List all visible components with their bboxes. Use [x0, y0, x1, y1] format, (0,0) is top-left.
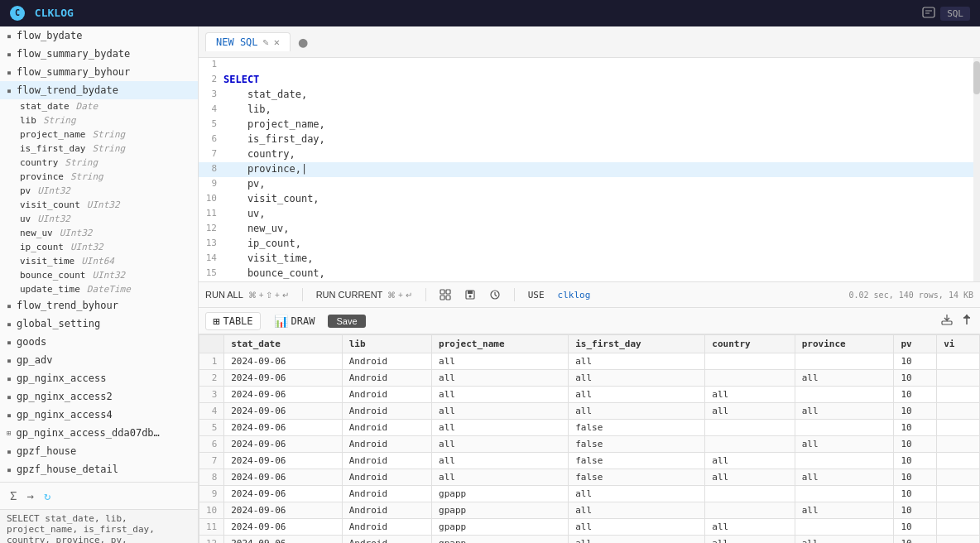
schema-project-name: project_name String: [0, 127, 198, 142]
cell-pv: 10: [894, 502, 937, 519]
table-row: 5 2024-09-06 Android all false 10: [199, 420, 980, 436]
refresh-icon[interactable]: ↻: [44, 489, 50, 502]
cell-rownum: 2: [199, 370, 224, 387]
sidebar-item-goods[interactable]: ▪ goods: [0, 333, 198, 351]
cell-province: [795, 387, 894, 403]
results-toolbar-right: [940, 313, 973, 329]
sidebar-item-gp-adv[interactable]: ▪ gp_adv: [0, 351, 198, 369]
svg-rect-4: [446, 290, 450, 294]
sidebar-item-flow-trend-bydate[interactable]: ▪ flow_trend_bydate: [0, 81, 198, 99]
editor-line-15: 15 bounce_count,: [199, 267, 980, 281]
table-icon: ▪: [7, 301, 12, 310]
cell-lib: Android: [342, 420, 431, 436]
svg-point-9: [468, 296, 471, 298]
cell-country: [705, 486, 795, 502]
chart-icon: 📊: [274, 315, 288, 328]
run-current-button[interactable]: RUN CURRENT ⌘ + ↵: [316, 290, 412, 300]
sidebar-item-gp-nginx-access2[interactable]: ▪ gp_nginx_access2: [0, 387, 198, 406]
editor-line-8: 8 province,|: [199, 162, 980, 177]
svg-rect-5: [440, 296, 444, 300]
cell-country: [705, 502, 795, 519]
cell-rownum: 5: [199, 420, 224, 436]
sidebar-item-flow-summary-bydate[interactable]: ▪ flow_summary_bydate: [0, 45, 198, 63]
col-header-is-first-day: is_first_day: [569, 335, 705, 353]
sql-tab[interactable]: NEW SQL ✎ ✕: [205, 32, 291, 51]
cell-stat-date: 2024-09-06: [224, 536, 342, 544]
sidebar-item-flow-bydate[interactable]: ▪ flow_bydate: [0, 26, 198, 45]
col-header-vi: vi: [937, 335, 980, 353]
cell-pv: 10: [894, 469, 937, 486]
cell-rownum: 1: [199, 353, 224, 370]
sidebar-item-gpzf-house[interactable]: ▪ gpzf_house: [0, 442, 198, 460]
cell-stat-date: 2024-09-06: [224, 403, 342, 420]
cell-pv: 10: [894, 519, 937, 536]
arrow-icon[interactable]: →: [26, 489, 33, 502]
col-header-stat-date: stat_date: [224, 335, 342, 353]
cell-vi: [937, 502, 980, 519]
cell-rownum: 3: [199, 387, 224, 403]
sidebar-item-global-setting[interactable]: ▪ global_setting: [0, 315, 198, 333]
schema-pv: pv UInt32: [0, 184, 198, 198]
cell-lib: Android: [342, 387, 431, 403]
tab-add-button[interactable]: ●: [294, 33, 312, 51]
top-bar-left: C CLKLOG: [10, 6, 74, 21]
tab-close-icon[interactable]: ✕: [274, 36, 280, 48]
draw-view-tab[interactable]: 📊 DRAW: [267, 313, 322, 329]
sidebar-item-flow-trend-byhour[interactable]: ▪ flow_trend_byhour: [0, 296, 198, 315]
cell-lib: Android: [342, 536, 431, 544]
cell-rownum: 8: [199, 469, 224, 486]
cell-project-name: gpapp: [432, 486, 569, 502]
table-icon: ▪: [7, 86, 12, 95]
cell-pv: 10: [894, 486, 937, 502]
cell-stat-date: 2024-09-06: [224, 519, 342, 536]
svg-rect-0: [923, 7, 934, 17]
tab-edit-icon[interactable]: ✎: [263, 36, 269, 48]
save-button[interactable]: [464, 289, 476, 300]
cell-project-name: all: [432, 353, 569, 370]
fullscreen-button[interactable]: [440, 289, 451, 300]
cell-province: [795, 519, 894, 536]
cell-vi: [937, 353, 980, 370]
sidebar: ▪ flow_bydate ▪ flow_summary_bydate ▪ fl…: [0, 26, 199, 543]
schema-bounce-count: bounce_count UInt32: [0, 268, 198, 282]
logo: C CLKLOG: [10, 6, 74, 21]
sql-editor[interactable]: 1 2 SELECT 3 stat_date, 4 lib,: [199, 58, 980, 281]
history-button[interactable]: [489, 289, 501, 300]
sidebar-item-gpzf-house-detail[interactable]: ▪ gpzf_house_detail: [0, 460, 198, 478]
cell-is-first-day: false: [569, 469, 705, 486]
sidebar-item-gp-nginx-access4[interactable]: ▪ gp_nginx_access4: [0, 406, 198, 424]
sql-bottom-text: SELECT stat_date, lib, project_name, is_…: [0, 509, 198, 543]
cell-pv: 10: [894, 387, 937, 403]
schema-lib: lib String: [0, 113, 198, 127]
run-all-button[interactable]: RUN ALL ⌘ + ⇧ + ↵: [205, 290, 289, 300]
sidebar-item-gp-nginx-access-long[interactable]: ⊞ gp_nginx_access_dda07db4_56fb_...: [0, 424, 198, 442]
svg-marker-14: [963, 315, 970, 318]
cell-country: all: [705, 469, 795, 486]
results-toolbar: ⊞ TABLE 📊 DRAW Save: [199, 308, 980, 334]
sidebar-item-gp-nginx-access[interactable]: ▪ gp_nginx_access: [0, 369, 198, 387]
cell-is-first-day: false: [569, 420, 705, 436]
toolbar-separator-1: [302, 288, 303, 301]
pin-button[interactable]: [960, 313, 973, 329]
svg-rect-11: [942, 321, 952, 324]
sigma-icon[interactable]: Σ: [10, 489, 17, 502]
cell-project-name: all: [432, 436, 569, 453]
export-button[interactable]: [940, 313, 954, 329]
table-tab-label: TABLE: [223, 315, 252, 327]
save-icon: [464, 289, 476, 300]
cell-stat-date: 2024-09-06: [224, 502, 342, 519]
right-panel: NEW SQL ✎ ✕ ● 1 2 SELECT: [199, 26, 980, 543]
results-save-button[interactable]: Save: [328, 315, 365, 328]
cell-vi: [937, 469, 980, 486]
tab-bar: NEW SQL ✎ ✕ ●: [199, 26, 980, 58]
cell-project-name: all: [432, 403, 569, 420]
editor-line-5: 5 project_name,: [199, 118, 980, 132]
table-view-tab[interactable]: ⊞ TABLE: [205, 312, 261, 330]
table-row: 9 2024-09-06 Android gpapp all 10: [199, 486, 980, 502]
cell-province: all: [795, 403, 894, 420]
draw-tab-label: DRAW: [291, 315, 315, 327]
editor-line-4: 4 lib,: [199, 103, 980, 118]
schema-visit-count: visit_count UInt32: [0, 198, 198, 212]
cell-project-name: all: [432, 370, 569, 387]
sidebar-item-flow-summary-byhour[interactable]: ▪ flow_summary_byhour: [0, 63, 198, 81]
